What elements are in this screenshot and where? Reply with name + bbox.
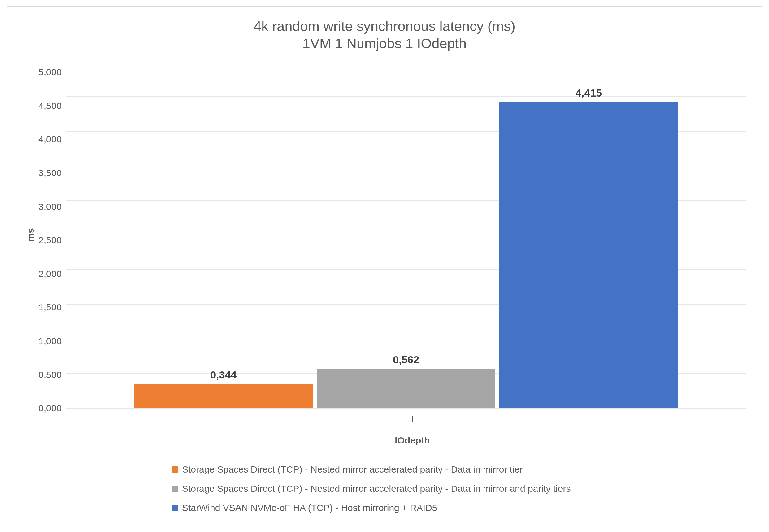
plot-area: 0,3440,5624,415 (66, 62, 746, 409)
legend-label: Storage Spaces Direct (TCP) - Nested mir… (182, 483, 571, 494)
x-axis-category-label: 1 (79, 414, 746, 425)
plot-row: ms 5,0004,5004,0003,5003,0002,5002,0001,… (23, 62, 746, 409)
y-axis-tick-label: 3,000 (38, 201, 62, 212)
y-axis-tick-label: 1,500 (38, 302, 62, 313)
gridline (66, 408, 746, 409)
bar-rect (134, 384, 313, 408)
y-axis-tick-label: 2,500 (38, 235, 62, 245)
bar-1: 0,562 (317, 62, 496, 408)
y-axis-tick-label: 0,500 (38, 370, 62, 380)
legend-item-2: StarWind VSAN NVMe-oF HA (TCP) - Host mi… (171, 503, 437, 513)
below-plot: 1 IOdepth Storage Spaces Direct (TCP) - … (23, 409, 746, 513)
legend-swatch (171, 505, 178, 511)
bar-0: 0,344 (134, 62, 313, 408)
bar-rect (499, 102, 678, 408)
legend-label: Storage Spaces Direct (TCP) - Nested mir… (182, 464, 523, 475)
legend-swatch (171, 466, 178, 473)
y-axis-tick-label: 3,500 (38, 168, 62, 178)
bar-2: 4,415 (499, 62, 678, 408)
y-axis-tick-label: 2,000 (38, 269, 62, 279)
legend-swatch (171, 486, 178, 492)
legend: Storage Spaces Direct (TCP) - Nested mir… (79, 464, 746, 513)
bar-group: 0,3440,5624,415 (134, 62, 678, 408)
y-axis-tick-label: 4,000 (38, 134, 62, 145)
chart-container: 4k random write synchronous latency (ms)… (7, 6, 762, 526)
chart-title: 4k random write synchronous latency (ms)… (23, 18, 746, 53)
legend-item-0: Storage Spaces Direct (TCP) - Nested mir… (171, 464, 523, 475)
y-axis-tick-label: 1,000 (38, 336, 62, 346)
y-axis-tick-label: 0,000 (38, 403, 62, 413)
y-axis-title-cell: ms (23, 62, 38, 409)
bar-rect (317, 369, 496, 408)
y-axis-ticks: 5,0004,5004,0003,5003,0002,5002,0001,500… (38, 62, 66, 409)
legend-item-1: Storage Spaces Direct (TCP) - Nested mir… (171, 483, 571, 494)
bar-value-label: 0,344 (210, 369, 236, 381)
bar-value-label: 0,562 (393, 354, 419, 366)
legend-label: StarWind VSAN NVMe-oF HA (TCP) - Host mi… (182, 503, 437, 513)
bar-value-label: 4,415 (576, 87, 602, 99)
x-axis-title: IOdepth (79, 435, 746, 446)
y-axis-title: ms (25, 228, 36, 242)
chart-title-line2: 1VM 1 Numjobs 1 IOdepth (23, 35, 746, 52)
bars-layer: 0,3440,5624,415 (66, 62, 746, 408)
chart-title-line1: 4k random write synchronous latency (ms) (23, 18, 746, 35)
y-axis-tick-label: 5,000 (38, 67, 62, 77)
y-axis-tick-label: 4,500 (38, 101, 62, 111)
